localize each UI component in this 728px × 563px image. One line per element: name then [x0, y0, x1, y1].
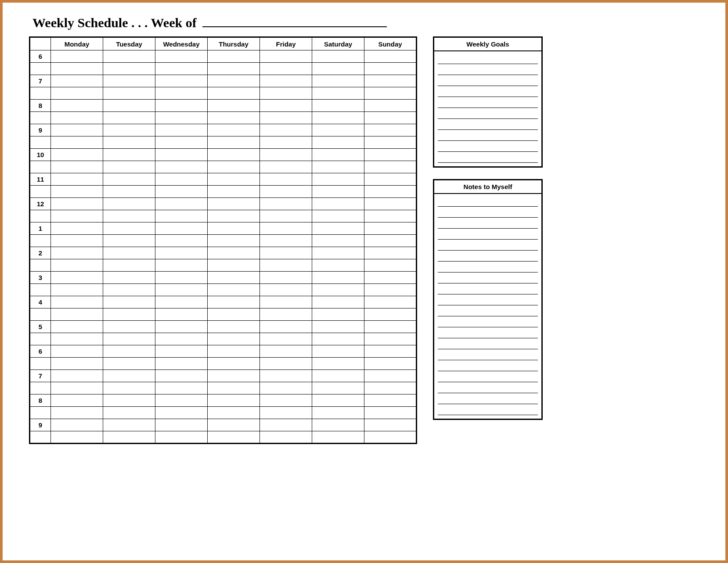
- schedule-cell[interactable]: [51, 308, 103, 321]
- schedule-cell[interactable]: [260, 87, 312, 100]
- schedule-cell[interactable]: [364, 431, 417, 444]
- rule-line[interactable]: [438, 393, 538, 404]
- schedule-cell[interactable]: [103, 235, 155, 247]
- schedule-cell[interactable]: [364, 124, 417, 136]
- schedule-cell[interactable]: [364, 222, 417, 235]
- schedule-cell[interactable]: [51, 235, 103, 247]
- schedule-cell[interactable]: [208, 247, 260, 259]
- schedule-cell[interactable]: [208, 259, 260, 272]
- rule-line[interactable]: [438, 283, 538, 294]
- schedule-cell[interactable]: [103, 112, 155, 124]
- schedule-cell[interactable]: [103, 136, 155, 149]
- schedule-cell[interactable]: [103, 407, 155, 419]
- schedule-cell[interactable]: [51, 321, 103, 333]
- schedule-cell[interactable]: [103, 87, 155, 100]
- schedule-cell[interactable]: [155, 259, 208, 272]
- schedule-cell[interactable]: [312, 100, 364, 112]
- schedule-cell[interactable]: [208, 308, 260, 321]
- schedule-cell[interactable]: [208, 345, 260, 358]
- schedule-cell[interactable]: [155, 222, 208, 235]
- schedule-cell[interactable]: [208, 124, 260, 136]
- schedule-cell[interactable]: [103, 321, 155, 333]
- schedule-cell[interactable]: [103, 296, 155, 308]
- schedule-cell[interactable]: [208, 87, 260, 100]
- schedule-cell[interactable]: [51, 198, 103, 210]
- schedule-cell[interactable]: [312, 259, 364, 272]
- schedule-cell[interactable]: [103, 210, 155, 222]
- schedule-cell[interactable]: [260, 407, 312, 419]
- schedule-cell[interactable]: [51, 284, 103, 296]
- schedule-cell[interactable]: [103, 161, 155, 173]
- schedule-cell[interactable]: [260, 124, 312, 136]
- schedule-cell[interactable]: [155, 321, 208, 333]
- schedule-cell[interactable]: [103, 431, 155, 444]
- schedule-cell[interactable]: [208, 161, 260, 173]
- schedule-cell[interactable]: [260, 210, 312, 222]
- rule-line[interactable]: [438, 229, 538, 240]
- schedule-cell[interactable]: [51, 210, 103, 222]
- schedule-cell[interactable]: [312, 284, 364, 296]
- schedule-cell[interactable]: [364, 407, 417, 419]
- schedule-cell[interactable]: [364, 321, 417, 333]
- schedule-cell[interactable]: [51, 247, 103, 259]
- schedule-cell[interactable]: [155, 247, 208, 259]
- schedule-cell[interactable]: [103, 419, 155, 431]
- schedule-cell[interactable]: [260, 272, 312, 284]
- schedule-cell[interactable]: [155, 186, 208, 198]
- schedule-cell[interactable]: [103, 370, 155, 382]
- schedule-cell[interactable]: [155, 161, 208, 173]
- schedule-cell[interactable]: [103, 345, 155, 358]
- schedule-cell[interactable]: [103, 186, 155, 198]
- schedule-cell[interactable]: [103, 124, 155, 136]
- schedule-cell[interactable]: [155, 370, 208, 382]
- schedule-cell[interactable]: [51, 100, 103, 112]
- schedule-cell[interactable]: [312, 222, 364, 235]
- rule-line[interactable]: [438, 273, 538, 283]
- schedule-cell[interactable]: [208, 112, 260, 124]
- schedule-cell[interactable]: [364, 358, 417, 370]
- schedule-cell[interactable]: [155, 407, 208, 419]
- schedule-cell[interactable]: [208, 333, 260, 345]
- week-of-blank[interactable]: [202, 14, 387, 27]
- schedule-cell[interactable]: [364, 308, 417, 321]
- schedule-cell[interactable]: [208, 63, 260, 75]
- rule-line[interactable]: [438, 240, 538, 251]
- schedule-cell[interactable]: [155, 136, 208, 149]
- rule-line[interactable]: [438, 338, 538, 349]
- schedule-cell[interactable]: [364, 198, 417, 210]
- schedule-cell[interactable]: [260, 345, 312, 358]
- schedule-cell[interactable]: [364, 235, 417, 247]
- schedule-cell[interactable]: [51, 394, 103, 407]
- schedule-cell[interactable]: [260, 149, 312, 161]
- schedule-cell[interactable]: [208, 272, 260, 284]
- schedule-cell[interactable]: [260, 247, 312, 259]
- schedule-cell[interactable]: [260, 259, 312, 272]
- schedule-cell[interactable]: [312, 112, 364, 124]
- schedule-cell[interactable]: [312, 358, 364, 370]
- schedule-cell[interactable]: [312, 124, 364, 136]
- schedule-cell[interactable]: [208, 75, 260, 87]
- schedule-cell[interactable]: [103, 100, 155, 112]
- schedule-cell[interactable]: [51, 370, 103, 382]
- schedule-cell[interactable]: [312, 272, 364, 284]
- schedule-cell[interactable]: [312, 431, 364, 444]
- rule-line[interactable]: [438, 97, 538, 108]
- schedule-cell[interactable]: [155, 296, 208, 308]
- notes-lines[interactable]: [434, 194, 541, 419]
- schedule-cell[interactable]: [364, 394, 417, 407]
- rule-line[interactable]: [438, 360, 538, 371]
- schedule-cell[interactable]: [364, 272, 417, 284]
- schedule-cell[interactable]: [312, 210, 364, 222]
- schedule-cell[interactable]: [51, 272, 103, 284]
- schedule-cell[interactable]: [312, 198, 364, 210]
- rule-line[interactable]: [438, 119, 538, 130]
- schedule-cell[interactable]: [51, 112, 103, 124]
- schedule-cell[interactable]: [155, 50, 208, 63]
- rule-line[interactable]: [438, 196, 538, 207]
- schedule-cell[interactable]: [103, 284, 155, 296]
- schedule-cell[interactable]: [103, 247, 155, 259]
- schedule-cell[interactable]: [312, 333, 364, 345]
- schedule-cell[interactable]: [312, 419, 364, 431]
- schedule-cell[interactable]: [364, 333, 417, 345]
- rule-line[interactable]: [438, 141, 538, 152]
